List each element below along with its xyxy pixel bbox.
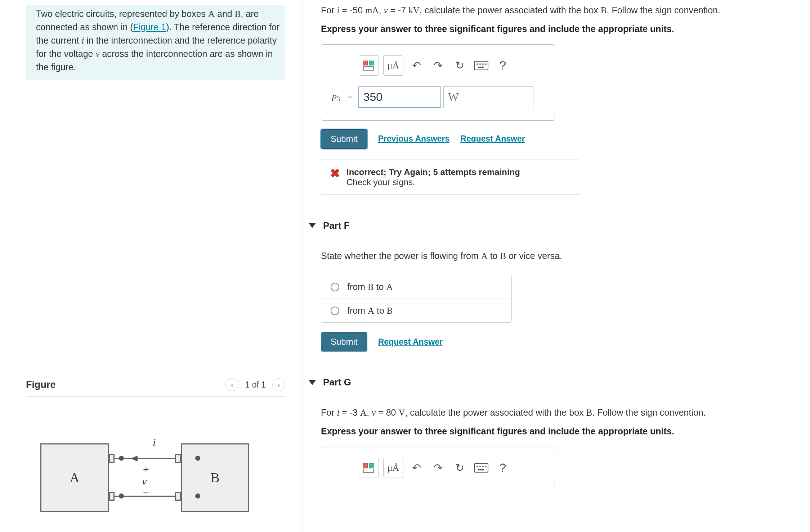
svg-rect-1 xyxy=(369,61,373,65)
radio-icon xyxy=(331,307,339,315)
box-A: A xyxy=(40,443,109,512)
intro-A: A xyxy=(208,9,215,19)
svg-rect-10 xyxy=(369,463,373,468)
svg-point-14 xyxy=(479,466,481,467)
figure-title: Figure xyxy=(26,379,56,390)
figure-next-button[interactable]: › xyxy=(272,378,285,391)
svg-rect-11 xyxy=(363,469,373,473)
svg-rect-17 xyxy=(478,469,484,470)
label-minus: − xyxy=(143,487,149,499)
request-answer-link[interactable]: Request Answer xyxy=(460,134,525,144)
previous-answers-link[interactable]: Previous Answers xyxy=(378,134,450,144)
radio-icon xyxy=(331,283,339,291)
label-v: v xyxy=(142,475,147,487)
units-symbol-button[interactable]: μÅ xyxy=(383,458,403,478)
svg-point-15 xyxy=(482,466,484,467)
svg-rect-9 xyxy=(363,463,368,468)
unit-input[interactable] xyxy=(443,86,533,108)
intro-text: Two electric circuits, represented by bo… xyxy=(36,9,208,19)
partE-submit-button[interactable]: Submit xyxy=(321,129,367,149)
equals-sign: = xyxy=(347,92,353,103)
label-plus: + xyxy=(143,463,149,475)
redo-icon[interactable]: ↷ xyxy=(429,55,447,76)
reset-icon[interactable]: ↻ xyxy=(451,458,468,478)
partE-instruction: Express your answer to three significant… xyxy=(321,24,800,34)
figure-header: Figure ‹ 1 of 1 › xyxy=(26,378,285,397)
svg-rect-8 xyxy=(478,67,484,68)
figure-link[interactable]: Figure 1 xyxy=(133,22,166,32)
option-A-to-B[interactable]: from A to B xyxy=(321,299,511,322)
value-input[interactable] xyxy=(358,86,441,108)
template-icon[interactable] xyxy=(359,55,379,76)
help-icon[interactable]: ? xyxy=(494,55,511,76)
partE-answer-panel: μÅ ↶ ↷ ↻ ? p3 = xyxy=(321,44,555,121)
svg-rect-12 xyxy=(474,464,488,472)
keyboard-icon[interactable] xyxy=(473,55,490,76)
svg-rect-2 xyxy=(363,67,373,70)
intro-v: v xyxy=(95,49,99,59)
partG-instruction: Express your answer to three significant… xyxy=(321,426,800,437)
partF-request-answer-link[interactable]: Request Answer xyxy=(378,337,443,347)
partG-title: Part G xyxy=(323,377,351,388)
problem-intro: Two electric circuits, represented by bo… xyxy=(26,5,285,80)
keyboard-icon[interactable] xyxy=(473,458,490,478)
undo-icon[interactable]: ↶ xyxy=(408,458,425,478)
circuit-figure: A B i + v − xyxy=(26,429,260,523)
reset-icon[interactable]: ↻ xyxy=(451,55,468,76)
svg-point-16 xyxy=(485,466,487,467)
partG-collapse-toggle[interactable] xyxy=(309,380,316,385)
units-symbol-button[interactable]: μÅ xyxy=(383,55,403,76)
partF-options: from B to A from A to B xyxy=(321,275,512,323)
svg-point-4 xyxy=(476,63,478,65)
svg-rect-0 xyxy=(363,61,368,65)
box-B: B xyxy=(181,443,249,512)
option-B-to-A[interactable]: from B to A xyxy=(321,275,511,299)
partG-answer-panel: μÅ ↶ ↷ ↻ ? xyxy=(321,447,555,486)
partF-submit-button[interactable]: Submit xyxy=(321,332,367,352)
partG-prompt: For i = -3 A, v = 80 V, calculate the po… xyxy=(321,406,800,420)
svg-point-6 xyxy=(482,63,484,65)
partF-prompt: State whether the power is flowing from … xyxy=(321,249,800,263)
partE-prompt: For i = -50 mA, v = -7 kV, calculate the… xyxy=(321,4,800,17)
redo-icon[interactable]: ↷ xyxy=(429,458,447,478)
partF-collapse-toggle[interactable] xyxy=(309,223,316,228)
undo-icon[interactable]: ↶ xyxy=(408,55,425,76)
incorrect-icon: ✖ xyxy=(330,167,340,187)
partE-feedback: ✖ Incorrect; Try Again; 5 attempts remai… xyxy=(321,160,580,195)
intro-B: B xyxy=(235,9,241,19)
svg-point-7 xyxy=(485,63,487,65)
figure-prev-button[interactable]: ‹ xyxy=(225,378,238,391)
svg-point-5 xyxy=(479,63,481,65)
feedback-body: Check your signs. xyxy=(346,177,520,187)
figure-nav-text: 1 of 1 xyxy=(245,380,266,390)
help-icon[interactable]: ? xyxy=(494,458,511,478)
feedback-title: Incorrect; Try Again; 5 attempts remaini… xyxy=(346,167,520,177)
answer-variable: p3 xyxy=(332,91,340,103)
template-icon[interactable] xyxy=(359,458,379,478)
label-i: i xyxy=(153,436,156,448)
svg-rect-3 xyxy=(474,61,488,70)
svg-point-13 xyxy=(476,466,478,467)
partF-title: Part F xyxy=(323,220,350,231)
